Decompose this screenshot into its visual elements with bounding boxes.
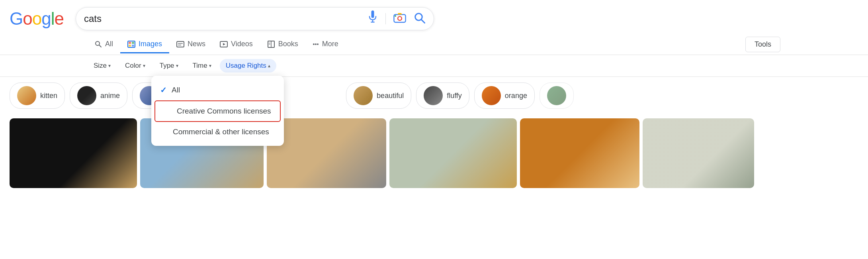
google-logo[interactable]: Google xyxy=(10,9,64,29)
search-button[interactable] xyxy=(414,12,426,26)
all-icon xyxy=(95,41,102,48)
dropdown-creative-commons-label: Creative Commons licenses xyxy=(177,107,271,116)
tab-books[interactable]: Books xyxy=(260,36,305,53)
svg-point-25 xyxy=(315,43,317,45)
search-bar: cats xyxy=(76,7,434,30)
search-icon xyxy=(414,12,426,24)
tab-books-label: Books xyxy=(278,40,298,48)
header: Google cats xyxy=(0,0,868,34)
svg-line-9 xyxy=(99,45,101,47)
logo-l: l xyxy=(51,9,55,29)
mic-icon xyxy=(367,10,378,26)
tab-videos-label: Videos xyxy=(231,40,253,48)
svg-rect-0 xyxy=(371,10,374,18)
more-dots-icon xyxy=(313,41,319,48)
chip-orange-label: orange xyxy=(505,92,527,100)
svg-point-26 xyxy=(317,43,319,45)
chip-kitten-thumb xyxy=(17,86,36,105)
svg-marker-19 xyxy=(223,43,225,45)
logo-g2: g xyxy=(41,9,51,29)
chip-beautiful[interactable]: beautiful xyxy=(346,82,411,109)
svg-rect-14 xyxy=(132,45,134,47)
svg-point-24 xyxy=(313,43,315,45)
tab-images-label: Images xyxy=(139,40,162,48)
chip-last-thumb xyxy=(547,86,566,105)
color-chevron-icon: ▾ xyxy=(143,63,145,69)
svg-line-7 xyxy=(421,20,424,23)
image-card-6[interactable] xyxy=(643,118,754,188)
videos-icon xyxy=(220,41,228,48)
image-grid xyxy=(0,114,868,190)
filter-row: Size ▾ Color ▾ Type ▾ Time ▾ Usage Right… xyxy=(0,55,868,77)
search-input[interactable]: cats xyxy=(84,13,367,24)
tab-more-label: More xyxy=(322,40,338,48)
dropdown-item-commercial[interactable]: Commercial & other licenses xyxy=(151,122,284,142)
tab-news[interactable]: News xyxy=(169,36,213,53)
tab-images[interactable]: Images xyxy=(120,36,169,53)
tab-all[interactable]: All xyxy=(88,36,120,53)
filter-usage-rights[interactable]: Usage Rights ▴ xyxy=(220,59,276,73)
chip-beautiful-label: beautiful xyxy=(377,92,404,100)
image-card-4[interactable] xyxy=(389,118,517,188)
filter-usage-rights-label: Usage Rights xyxy=(226,62,266,70)
news-icon xyxy=(176,41,184,48)
logo-g: G xyxy=(10,9,23,29)
size-chevron-icon: ▾ xyxy=(108,63,111,69)
type-chevron-icon: ▾ xyxy=(176,63,178,69)
time-chevron-icon: ▾ xyxy=(209,63,211,69)
search-icons xyxy=(367,10,426,27)
tab-news-label: News xyxy=(188,40,205,48)
logo-o2: o xyxy=(32,9,41,29)
filter-time[interactable]: Time ▾ xyxy=(187,59,217,73)
nav-tabs: All Images News Videos xyxy=(0,34,868,55)
dropdown-item-all[interactable]: ✓ All xyxy=(151,80,284,100)
tab-videos[interactable]: Videos xyxy=(213,36,260,53)
books-icon xyxy=(267,41,275,48)
filter-size[interactable]: Size ▾ xyxy=(88,59,117,73)
chip-anime[interactable]: anime xyxy=(70,82,127,109)
filter-size-label: Size xyxy=(94,62,107,70)
chip-anime-label: anime xyxy=(100,92,120,100)
usage-rights-chevron-icon: ▴ xyxy=(268,63,270,69)
chip-kitten-label: kitten xyxy=(40,92,57,100)
logo-o1: o xyxy=(23,9,32,29)
chip-beautiful-thumb xyxy=(354,86,373,105)
logo-e: e xyxy=(54,9,63,29)
svg-rect-11 xyxy=(129,42,131,44)
image-card-1[interactable] xyxy=(10,118,137,188)
chip-fluffy[interactable]: fluffy xyxy=(416,82,469,109)
svg-rect-13 xyxy=(129,45,131,47)
tab-more[interactable]: More xyxy=(305,36,346,53)
chip-kitten[interactable]: kitten xyxy=(10,82,65,109)
chip-partial[interactable] xyxy=(540,82,574,109)
filter-type-label: Type xyxy=(160,62,174,70)
tools-button[interactable]: Tools xyxy=(745,37,780,52)
filter-color[interactable]: Color ▾ xyxy=(119,59,151,73)
checkmark-icon: ✓ xyxy=(160,85,167,95)
dropdown-all-label: All xyxy=(172,86,180,94)
chip-orange[interactable]: orange xyxy=(474,82,535,109)
svg-rect-12 xyxy=(132,42,134,44)
dropdown-item-creative-commons[interactable]: Creative Commons licenses xyxy=(154,100,281,122)
filter-time-label: Time xyxy=(193,62,207,70)
camera-button[interactable] xyxy=(393,12,407,26)
chips-row: kitten anime wallpaper beautiful fluffy … xyxy=(0,77,868,114)
filter-color-label: Color xyxy=(125,62,141,70)
chip-orange-thumb xyxy=(482,86,501,105)
dropdown-commercial-label: Commercial & other licenses xyxy=(173,128,269,136)
chip-fluffy-label: fluffy xyxy=(447,92,462,100)
svg-rect-15 xyxy=(177,41,184,47)
image-card-5[interactable] xyxy=(520,118,639,188)
image-card-3[interactable] xyxy=(267,118,386,188)
tab-all-label: All xyxy=(105,40,113,48)
search-bar-divider xyxy=(385,13,386,24)
images-icon xyxy=(127,41,135,48)
mic-button[interactable] xyxy=(367,10,378,27)
svg-point-4 xyxy=(398,16,402,20)
svg-point-5 xyxy=(395,15,396,17)
camera-icon xyxy=(393,12,407,24)
filter-type[interactable]: Type ▾ xyxy=(154,59,184,73)
chip-fluffy-thumb xyxy=(424,86,443,105)
usage-rights-dropdown: ✓ All Creative Commons licenses Commerci… xyxy=(151,76,284,146)
chip-anime-thumb xyxy=(77,86,96,105)
